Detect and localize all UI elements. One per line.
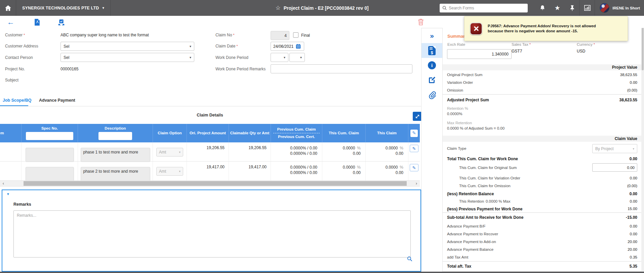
delete-button[interactable] bbox=[417, 18, 425, 26]
paperclip-icon bbox=[428, 91, 436, 99]
tab-job-scope-bq[interactable]: Job Scope/BQ bbox=[3, 98, 31, 103]
error-x-icon bbox=[474, 26, 479, 31]
topbar-separator bbox=[595, 0, 595, 16]
chevron-down-icon: ▾ bbox=[300, 56, 302, 59]
claim-option-select: Amt ▾ bbox=[156, 167, 183, 176]
cell-description: phase 1 to test more and more bbox=[78, 142, 153, 161]
customer-address-select[interactable]: Sel ▾ bbox=[61, 42, 194, 51]
claim-date-label: Claim Date* bbox=[215, 44, 238, 48]
trash-icon bbox=[418, 19, 424, 26]
search-input[interactable] bbox=[449, 6, 525, 10]
cell-edit: ✎ bbox=[408, 142, 420, 161]
scrollbar-thumb[interactable] bbox=[24, 181, 407, 186]
col-description[interactable]: Description bbox=[78, 124, 153, 142]
table-header-row: Item Spec No. Description Claim Option O… bbox=[0, 124, 420, 142]
retention-pct-label: Retention % bbox=[447, 106, 468, 110]
tab-advance-payment[interactable]: Advance Payment bbox=[39, 98, 75, 103]
scroll-left-arrow[interactable]: ‹ bbox=[1, 181, 6, 186]
advance-balance-row: Advance Payment Balance 20.00 bbox=[443, 247, 641, 253]
subject-label: Subject bbox=[5, 78, 18, 82]
expand-table-button[interactable] bbox=[413, 112, 422, 121]
retention-pct-value: 0.0000% bbox=[443, 112, 641, 117]
error-close-button[interactable] bbox=[470, 23, 482, 35]
spec-no-filter-input[interactable] bbox=[26, 132, 73, 140]
separator bbox=[443, 271, 641, 271]
info-tab-button[interactable]: i bbox=[421, 58, 442, 73]
advance-bf-row: Advance Payment B/F 0.00 bbox=[443, 224, 641, 230]
remarks-textarea[interactable] bbox=[13, 210, 411, 258]
col-this-cum-claim[interactable]: This Cum. Claim bbox=[322, 124, 366, 142]
pin-button[interactable] bbox=[565, 0, 579, 16]
final-checkbox[interactable] bbox=[293, 32, 298, 38]
cell-ori-amount: 19,417.00 bbox=[187, 162, 229, 180]
claim-type-select: By Project ▾ bbox=[592, 144, 637, 153]
work-done-period-remarks-input[interactable] bbox=[271, 64, 412, 73]
dashboard-button[interactable] bbox=[580, 0, 595, 16]
customer-label: Customer* bbox=[5, 33, 25, 37]
search-icon bbox=[442, 6, 447, 10]
currency-value: USD bbox=[577, 49, 585, 54]
cell-this-claim: 0.0000% 0.00 bbox=[366, 162, 408, 180]
table-row: phase 1 to test more and more Amt ▾ 19,2… bbox=[0, 142, 420, 162]
attachments-tab-button[interactable] bbox=[421, 88, 442, 102]
this-cum-original-input[interactable] bbox=[592, 163, 637, 172]
exch-rate-input[interactable] bbox=[447, 49, 512, 59]
favorite-star-icon[interactable]: ☆ bbox=[275, 4, 280, 11]
remarks-panel: ▼ Remarks bbox=[2, 190, 421, 272]
summary-tab-button[interactable]: $ bbox=[421, 43, 442, 58]
col-claim-option[interactable]: Claim Option bbox=[153, 124, 187, 142]
col-claimable[interactable]: Claimable Qty or Amt bbox=[229, 124, 271, 142]
col-item[interactable]: Item bbox=[0, 124, 22, 142]
less-retention-balance-row: (less) Retention Balance 0.00 bbox=[443, 192, 641, 197]
work-done-period-year-select[interactable]: ▾ bbox=[289, 53, 305, 62]
edit-row-button[interactable]: ✎ bbox=[410, 164, 418, 171]
required-marker: * bbox=[233, 33, 234, 37]
sales-tax-label: Sales Tax* bbox=[512, 42, 531, 46]
favorites-button[interactable]: ★ bbox=[550, 0, 565, 16]
chevron-down-icon: ▾ bbox=[103, 6, 105, 10]
collapse-triangle-icon[interactable]: ▼ bbox=[6, 192, 10, 196]
vertical-scrollbar[interactable] bbox=[641, 16, 644, 273]
col-this-claim[interactable]: This Claim bbox=[366, 124, 408, 142]
pdf-document-icon bbox=[34, 19, 40, 26]
separator bbox=[443, 261, 641, 262]
avatar[interactable] bbox=[600, 3, 609, 13]
submit-tray-icon bbox=[58, 19, 65, 26]
cell-item bbox=[0, 162, 22, 180]
contact-person-select[interactable]: Sel ▾ bbox=[61, 53, 194, 62]
submit-button[interactable] bbox=[57, 18, 65, 26]
cell-description: phase 2 to test more and more bbox=[78, 162, 153, 180]
description-filter-input[interactable] bbox=[98, 132, 132, 140]
collapse-panel-button[interactable]: » bbox=[421, 28, 442, 43]
project-no-value: 00000165 bbox=[61, 67, 78, 71]
work-done-period-month-select[interactable]: ▾ bbox=[271, 53, 288, 62]
username[interactable]: IRENE In Short bbox=[612, 6, 640, 10]
add-tax-row: add Tax Amt 0.35 bbox=[443, 255, 641, 261]
scroll-right-arrow[interactable]: › bbox=[414, 181, 419, 186]
home-button[interactable] bbox=[0, 0, 16, 16]
claim-details-title: Claim Details bbox=[0, 113, 420, 117]
edit-row-button[interactable]: ✎ bbox=[410, 145, 418, 152]
notifications-button[interactable] bbox=[535, 0, 550, 16]
export-pdf-button[interactable] bbox=[33, 18, 41, 26]
bell-icon bbox=[539, 5, 546, 11]
error-message: PJ9567: Advance Payment Addon/ Recovery … bbox=[488, 24, 609, 34]
subtotal-row: Sub-total Amt to Receive for Work Done -… bbox=[443, 215, 641, 220]
chevron-down-icon: ▾ bbox=[190, 44, 191, 48]
claim-no-input[interactable] bbox=[271, 31, 289, 40]
company-menu[interactable]: SYNERGIX TECHNOLOGIES PTE LTD ▾ bbox=[16, 0, 111, 16]
total-aft-tax-row: Total aft. Tax 5.35 bbox=[443, 264, 641, 269]
notes-tab-button[interactable] bbox=[421, 73, 442, 88]
double-chevron-icon: » bbox=[430, 32, 434, 40]
back-button[interactable]: ← bbox=[7, 18, 15, 26]
claim-date-input[interactable]: 24/06/2021 bbox=[271, 42, 304, 51]
col-previous-cum[interactable]: Previous Cum. Claim Previous Cum. Cert. bbox=[271, 124, 322, 142]
table-horizontal-scrollbar[interactable]: ‹ › bbox=[0, 180, 420, 186]
col-ori-project-amount[interactable]: Ori. Project Amount bbox=[187, 124, 229, 142]
col-spec-no[interactable]: Spec No. bbox=[22, 124, 78, 142]
chevron-down-icon: ▾ bbox=[190, 56, 191, 59]
remarks-zoom-button[interactable] bbox=[407, 256, 412, 262]
required-marker: * bbox=[236, 44, 238, 48]
company-name: SYNERGIX TECHNOLOGIES PTE LTD bbox=[22, 6, 99, 10]
chevron-down-icon: ▾ bbox=[284, 56, 285, 59]
